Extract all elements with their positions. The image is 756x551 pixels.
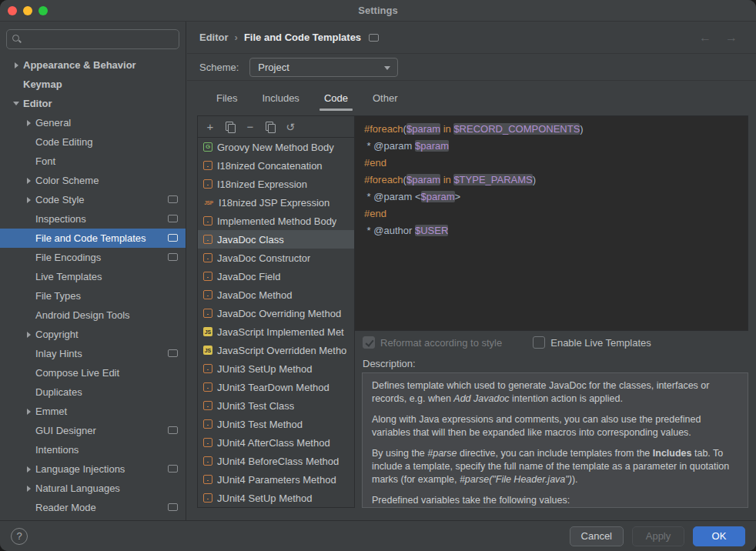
template-item-javascript-implemented-met[interactable]: JSJavaScript Implemented Met xyxy=(198,322,354,341)
sidebar-item-inlay-hints[interactable]: Inlay Hints xyxy=(0,344,186,363)
sidebar-item-label: Compose Live Edit xyxy=(35,367,119,379)
screen-icon xyxy=(168,234,178,242)
cancel-button[interactable]: Cancel xyxy=(570,526,624,546)
sidebar-item-intentions[interactable]: Intentions xyxy=(0,440,186,459)
template-item-javadoc-field[interactable]: JavaDoc Field xyxy=(198,267,354,286)
settings-sidebar: Appearance & BehaviorKeymapEditorGeneral… xyxy=(0,22,186,520)
sidebar-item-file-and-code-templates[interactable]: File and Code Templates xyxy=(0,229,186,248)
template-item-junit4-setup-method[interactable]: JUnit4 SetUp Method xyxy=(198,489,354,507)
forward-button[interactable]: → xyxy=(725,31,738,45)
template-item-label: JUnit3 SetUp Method xyxy=(217,363,313,375)
template-item-label: JavaDoc Constructor xyxy=(217,252,310,264)
add-icon[interactable]: + xyxy=(203,120,217,134)
code-token: #end xyxy=(364,208,386,219)
template-item-javadoc-constructor[interactable]: JavaDoc Constructor xyxy=(198,249,354,267)
sidebar-item-reader-mode[interactable]: Reader Mode xyxy=(0,498,186,517)
zoom-button[interactable] xyxy=(38,6,48,15)
sidebar-item-code-editing[interactable]: Code Editing xyxy=(0,132,186,152)
chevron-right-icon[interactable] xyxy=(22,197,35,203)
sidebar-item-inspections[interactable]: Inspections xyxy=(0,209,186,229)
ok-button[interactable]: OK xyxy=(693,526,745,546)
sidebar-item-general[interactable]: General xyxy=(0,113,186,132)
sidebar-item-duplicates[interactable]: Duplicates xyxy=(0,382,186,402)
tab-other[interactable]: Other xyxy=(360,82,410,114)
template-item-i18nized-concatenation[interactable]: I18nized Concatenation xyxy=(198,156,354,175)
chevron-right-icon[interactable] xyxy=(22,486,35,492)
template-item-i18nized-expression[interactable]: I18nized Expression xyxy=(198,175,354,193)
live-templates-checkbox[interactable] xyxy=(533,336,545,349)
chevron-right-icon[interactable] xyxy=(22,120,35,126)
reformat-checkbox-label: Reformat according to style xyxy=(380,337,502,349)
sidebar-item-appearance-behavior[interactable]: Appearance & Behavior xyxy=(0,55,186,75)
code-token: $param xyxy=(406,174,440,185)
template-item-junit4-beforeclass-method[interactable]: JUnit4 BeforeClass Method xyxy=(198,452,354,470)
live-templates-checkbox-group[interactable]: Enable Live Templates xyxy=(533,336,651,349)
revert-icon[interactable]: ↺ xyxy=(283,120,297,134)
copy-icon[interactable] xyxy=(223,120,237,134)
template-item-label: JUnit4 Parameters Method xyxy=(217,474,336,486)
back-button[interactable]: ← xyxy=(699,31,711,45)
template-item-javadoc-class[interactable]: JavaDoc Class xyxy=(198,230,354,249)
sidebar-item-emmet[interactable]: Emmet xyxy=(0,402,186,421)
template-item-junit3-test-class[interactable]: JUnit3 Test Class xyxy=(198,396,354,415)
template-item-javadoc-method[interactable]: JavaDoc Method xyxy=(198,286,354,304)
reformat-checkbox[interactable] xyxy=(363,336,375,349)
tab-code[interactable]: Code xyxy=(312,82,360,114)
close-button[interactable] xyxy=(8,6,17,15)
sidebar-item-file-types[interactable]: File Types xyxy=(0,286,186,306)
breadcrumb-item-editor[interactable]: Editor xyxy=(199,32,229,43)
sidebar-item-language-injections[interactable]: Language Injections xyxy=(0,459,186,479)
template-item-i18nized-jsp-expression[interactable]: JSPI18nized JSP Expression xyxy=(198,193,354,212)
template-item-junit4-parameters-method[interactable]: JUnit4 Parameters Method xyxy=(198,470,354,489)
template-item-javascript-overridden-metho[interactable]: JSJavaScript Overridden Metho xyxy=(198,341,354,359)
sidebar-item-live-templates[interactable]: Live Templates xyxy=(0,267,186,286)
template-item-junit3-teardown-method[interactable]: JUnit3 TearDown Method xyxy=(198,378,354,396)
chevron-down-icon[interactable] xyxy=(9,102,23,105)
chevron-right-icon[interactable] xyxy=(22,409,35,415)
sidebar-item-keymap[interactable]: Keymap xyxy=(0,75,186,94)
tab-includes[interactable]: Includes xyxy=(249,82,311,114)
template-item-junit4-afterclass-method[interactable]: JUnit4 AfterClass Method xyxy=(198,433,354,452)
sidebar-item-label: Code Editing xyxy=(35,136,92,148)
scheme-dropdown[interactable]: Project xyxy=(249,58,398,77)
chevron-right-icon[interactable] xyxy=(9,62,23,68)
template-item-junit3-test-method[interactable]: JUnit3 Test Method xyxy=(198,415,354,433)
jsp-template-icon: JSP xyxy=(203,197,214,208)
tab-files[interactable]: Files xyxy=(204,82,249,114)
groovy-template-icon: G xyxy=(203,142,212,152)
sidebar-item-color-scheme[interactable]: Color Scheme xyxy=(0,171,186,190)
help-button[interactable]: ? xyxy=(11,528,28,545)
minimize-button[interactable] xyxy=(23,6,32,15)
description-segment: By using the xyxy=(372,448,427,459)
sidebar-item-label: Copyright xyxy=(35,329,79,340)
code-token: $TYPE_PARAMS xyxy=(453,174,532,185)
code-editor[interactable]: #foreach($param in $RECORD_COMPONENTS) *… xyxy=(355,115,748,331)
sidebar-item-copyright[interactable]: Copyright xyxy=(0,325,186,344)
sidebar-item-font[interactable]: Font xyxy=(0,152,186,171)
sidebar-item-compose-live-edit[interactable]: Compose Live Edit xyxy=(0,363,186,382)
sidebar-item-file-encodings[interactable]: File Encodings xyxy=(0,248,186,267)
chevron-right-icon[interactable] xyxy=(22,178,35,184)
template-item-javadoc-overriding-method[interactable]: JavaDoc Overriding Method xyxy=(198,304,354,322)
remove-icon[interactable]: − xyxy=(243,120,257,134)
search-input[interactable] xyxy=(26,33,173,46)
sidebar-item-gui-designer[interactable]: GUI Designer xyxy=(0,421,186,440)
chevron-right-icon[interactable] xyxy=(22,332,35,338)
template-item-label: JavaDoc Field xyxy=(217,271,280,282)
sidebar-item-natural-languages[interactable]: Natural Languages xyxy=(0,479,186,498)
screen-icon xyxy=(168,215,178,222)
template-item-implemented-method-body[interactable]: Implemented Method Body xyxy=(198,212,354,230)
sidebar-item-editor[interactable]: Editor xyxy=(0,94,186,113)
sidebar-item-android-design-tools[interactable]: Android Design Tools xyxy=(0,306,186,325)
reformat-checkbox-group[interactable]: Reformat according to style xyxy=(363,336,502,349)
duplicate-icon[interactable] xyxy=(263,120,277,134)
chevron-right-icon[interactable] xyxy=(22,466,35,473)
search-box[interactable] xyxy=(6,29,179,49)
template-item-label: JavaScript Implemented Met xyxy=(217,326,344,338)
sidebar-item-code-style[interactable]: Code Style xyxy=(0,190,186,209)
template-item-label: Implemented Method Body xyxy=(217,215,336,227)
template-item-groovy-new-method-body[interactable]: GGroovy New Method Body xyxy=(198,138,354,156)
template-item-junit3-setup-method[interactable]: JUnit3 SetUp Method xyxy=(198,359,354,378)
template-item-label: I18nized Concatenation xyxy=(217,160,323,172)
title-bar: Settings xyxy=(0,0,756,22)
